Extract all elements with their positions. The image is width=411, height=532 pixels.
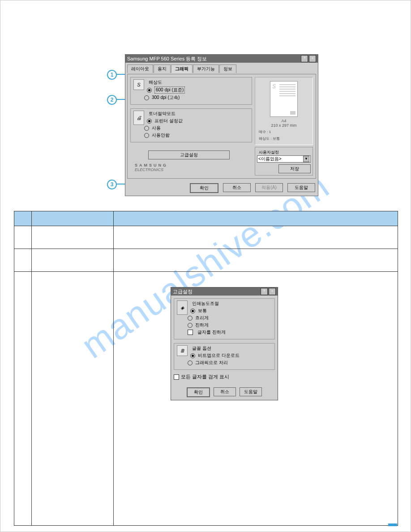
paper-size: 210 x 297 mm — [259, 123, 309, 128]
radio-indicator-icon — [144, 95, 149, 100]
darkness-legend: 인쇄농도조절 — [190, 300, 221, 307]
help-button[interactable]: ? — [301, 55, 308, 62]
radio-indicator-icon — [188, 360, 193, 365]
tab-graphic[interactable]: 그래픽 — [171, 64, 193, 73]
cell — [32, 249, 114, 272]
radio-printer-setting[interactable]: 프린터 설정값 — [147, 118, 249, 124]
cancel-button[interactable]: 취소 — [214, 387, 236, 396]
page-marker — [388, 523, 397, 526]
cell — [114, 226, 398, 249]
close-button[interactable]: × — [309, 55, 316, 62]
tab-extra[interactable]: 부가기능 — [193, 64, 219, 73]
radio-indicator-icon — [147, 88, 152, 93]
apply-button[interactable]: 적용(A) — [255, 183, 283, 192]
callout-2: 2 — [107, 95, 117, 105]
tabs: 레이아웃 용지 그래픽 부가기능 정보 — [127, 64, 316, 73]
dialog-title: Samsung MFP 560 Series 등록 정보 — [127, 56, 207, 62]
radio-indicator-icon — [188, 316, 193, 321]
help-button[interactable]: 도움말 — [240, 387, 262, 396]
paper-name: A4 — [259, 119, 309, 123]
preview-pane: S A4 210 x 297 mm 매수 : 1 해상도 : 보통 — [255, 77, 313, 145]
darkness-group: 인쇄농도조절 ◈ 보통 흐리게 진하게 글자를 진하게 — [174, 298, 275, 339]
resolution-icon: S — [133, 79, 144, 90]
th-item — [32, 211, 114, 226]
radio-300dpi[interactable]: 300 dpi (고속) — [144, 94, 249, 101]
toner-legend: 토너절약모드 — [147, 111, 177, 117]
cell — [114, 249, 398, 272]
check-text-dark[interactable]: 글자를 진하게 — [188, 329, 272, 335]
printer-icon: 🖨 — [133, 111, 144, 125]
tab-paper[interactable]: 용지 — [154, 64, 171, 73]
radio-indicator-icon — [147, 119, 152, 124]
font-group: 글꼴 옵션 🗎 비트맵으로 다운로드 그래픽으로 처리 — [174, 343, 275, 370]
radio-graphic[interactable]: 그래픽으로 처리 — [188, 360, 272, 366]
radio-on[interactable]: 사용 — [144, 125, 249, 131]
dialog2-title: 고급설정 — [173, 288, 193, 295]
th-desc — [114, 211, 398, 226]
tab-layout[interactable]: 레이아웃 — [127, 64, 153, 73]
tab-info[interactable]: 정보 — [219, 64, 236, 73]
radio-indicator-icon — [144, 126, 149, 131]
paper-preview-icon: S — [270, 81, 298, 117]
radio-indicator-icon — [190, 309, 195, 313]
advanced-button[interactable]: 고급설정 — [148, 150, 230, 159]
resolution-legend: 해상도 — [147, 79, 164, 86]
user-settings-group: 사용자설정 <이름없음> ▼ 저장 — [255, 147, 313, 176]
save-button[interactable]: 저장 — [278, 164, 311, 173]
cell — [14, 272, 32, 526]
titlebar2[interactable]: 고급설정 ? × — [171, 287, 278, 296]
cell — [14, 249, 32, 272]
th-num — [14, 211, 32, 226]
cell — [32, 226, 114, 249]
help-button[interactable]: ? — [261, 288, 268, 295]
print-properties-dialog: Samsung MFP 560 Series 등록 정보 ? × 레이아웃 용지… — [125, 54, 318, 196]
close-button[interactable]: × — [269, 288, 276, 295]
ok-button[interactable]: 확인 — [187, 387, 210, 397]
help-button[interactable]: 도움말 — [287, 183, 315, 192]
cell — [32, 272, 114, 526]
brand-logo: SAMSUNGELECTRONICS — [135, 163, 202, 172]
toner-save-group: 토너절약모드 🖨 프린터 설정값 사용 사용안함 — [130, 108, 252, 142]
userset-legend: 사용자설정 — [257, 150, 281, 155]
cancel-button[interactable]: 취소 — [223, 183, 251, 192]
copies-info: 매수 : 1 — [259, 129, 309, 134]
check-all-black[interactable]: 모든 글자를 검게 표시 — [174, 373, 275, 380]
dialog-buttons: 확인 취소 적용(A) 도움말 — [125, 180, 318, 196]
advanced-dialog: 고급설정 ? × 인쇄농도조절 ◈ 보통 흐리게 진하게 글자를 진하게 글꼴 … — [171, 287, 278, 400]
radio-dark[interactable]: 진하게 — [188, 322, 272, 328]
radio-bitmap[interactable]: 비트맵으로 다운로드 — [190, 352, 272, 359]
checkbox-icon — [174, 374, 179, 380]
checkbox-icon — [188, 330, 193, 335]
radio-off[interactable]: 사용안함 — [144, 132, 249, 138]
page: manualshive.com 1 2 3 Samsung MFP 560 Se… — [0, 0, 411, 532]
titlebar[interactable]: Samsung MFP 560 Series 등록 정보 ? × — [125, 55, 318, 63]
radio-indicator-icon — [144, 133, 149, 138]
cell — [14, 226, 32, 249]
radio-normal[interactable]: 보통 — [190, 308, 272, 314]
radio-indicator-icon — [188, 323, 193, 328]
font-legend: 글꼴 옵션 — [190, 345, 213, 352]
darkness-icon: ◈ — [177, 300, 188, 315]
preset-combo[interactable]: <이름없음> ▼ — [257, 155, 311, 163]
radio-indicator-icon — [190, 353, 195, 358]
radio-light[interactable]: 흐리게 — [188, 315, 272, 321]
resolution-group: 해상도 S 600 dpi (표준) 300 dpi (고속) — [130, 77, 252, 105]
callout-3: 3 — [107, 180, 117, 189]
font-icon: 🗎 — [177, 345, 188, 356]
radio-600dpi[interactable]: 600 dpi (표준) — [147, 86, 249, 94]
callout-1: 1 — [107, 70, 117, 80]
chevron-down-icon: ▼ — [303, 156, 309, 162]
ok-button[interactable]: 확인 — [190, 183, 218, 193]
dialog2-buttons: 확인 취소 도움말 — [171, 385, 278, 400]
panel: 해상도 S 600 dpi (표준) 300 dpi (고속) 토너절약모드 🖨… — [127, 74, 316, 179]
res-info: 해상도 : 보통 — [259, 136, 309, 141]
